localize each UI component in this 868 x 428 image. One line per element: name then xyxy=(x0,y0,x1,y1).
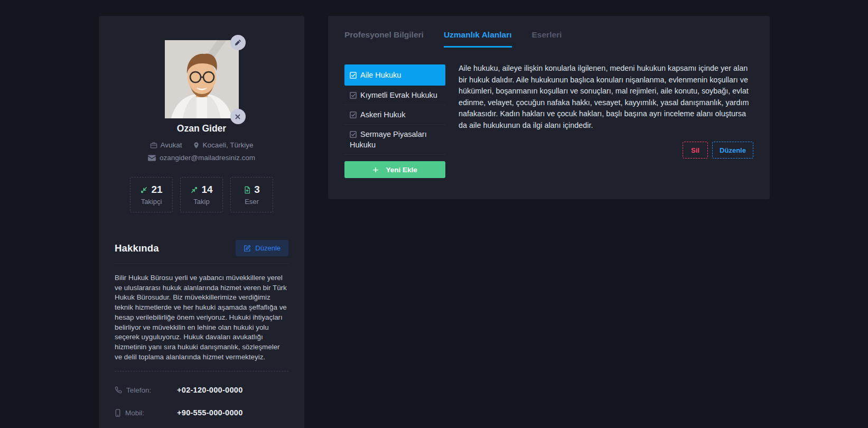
spec-item-label: Kıymetli Evrak Hukuku xyxy=(360,91,437,99)
about-divider xyxy=(115,263,288,264)
briefcase-icon xyxy=(150,142,157,149)
about-title: Hakkında xyxy=(115,243,159,254)
main-panel: Profesyonel Bilgileri Uzmanlık Alanları … xyxy=(328,16,770,199)
close-icon xyxy=(235,114,241,120)
specialization-detail: Aile hukuku, aileye ilişkin konularla il… xyxy=(459,64,753,178)
profile-title: Avukat xyxy=(150,141,182,149)
tab-profesyonel-bilgileri[interactable]: Profesyonel Bilgileri xyxy=(344,30,424,48)
checkbox-checked-icon xyxy=(350,72,357,79)
contact-mobile-label: Mobil: xyxy=(125,409,144,417)
profile-title-text: Avukat xyxy=(161,141,182,149)
checkbox-checked-icon xyxy=(350,111,357,118)
checkbox-checked-icon xyxy=(350,92,357,99)
stat-works-label: Eser xyxy=(245,198,259,206)
tab-eserleri[interactable]: Eserleri xyxy=(532,30,562,48)
contact-divider xyxy=(115,371,288,371)
spec-item-askeri-hukuk[interactable]: Askeri Hukuk xyxy=(344,105,445,125)
profile-location-text: Kocaeli, Türkiye xyxy=(203,141,254,149)
stat-followers[interactable]: 21 Takipçi xyxy=(130,177,173,212)
about-edit-label: Düzenle xyxy=(255,244,281,252)
envelope-icon xyxy=(148,155,156,161)
about-text: Bilir Hukuk Bürosu yerli ve yabancı müve… xyxy=(115,273,288,362)
avatar-edit-button[interactable] xyxy=(230,35,246,50)
about-section: Hakkında Düzenle Bilir Hukuk Bürosu yerl… xyxy=(99,240,304,417)
panel-content: Aile Hukuku Kıymetli Evrak Hukuku Askeri… xyxy=(344,64,753,178)
spec-item-sermaye-piyasalari-hukuku[interactable]: Sermaye Piyasaları Hukuku xyxy=(344,125,445,155)
stat-works-value: 3 xyxy=(254,184,260,196)
profile-name: Ozan Gider xyxy=(99,123,304,134)
profile-email-text: ozangider@mailadresiniz.com xyxy=(160,154,255,162)
stat-following-value: 14 xyxy=(201,184,212,196)
profile-card: Ozan Gider Avukat Kocaeli, Türkiye ozang… xyxy=(99,16,304,428)
avatar-photo xyxy=(165,40,239,118)
spec-item-label: Askeri Hukuk xyxy=(360,110,405,119)
tab-uzmanlik-alanlari[interactable]: Uzmanlık Alanları xyxy=(444,30,512,48)
specialization-list: Aile Hukuku Kıymetli Evrak Hukuku Askeri… xyxy=(344,64,445,178)
contact-row-mobile: Mobil: +90-555-000-0000 xyxy=(115,408,288,417)
tabs-row: Profesyonel Bilgileri Uzmanlık Alanları … xyxy=(344,16,753,48)
stat-works[interactable]: 3 Eser xyxy=(230,177,273,212)
stat-followers-label: Takipçi xyxy=(141,198,162,206)
avatar xyxy=(165,40,239,118)
location-pin-icon xyxy=(193,142,200,149)
spec-item-kiymetli-evrak-hukuku[interactable]: Kıymetli Evrak Hukuku xyxy=(344,86,445,105)
add-new-label: Yeni Ekle xyxy=(386,166,417,174)
profile-meta-row: Avukat Kocaeli, Türkiye xyxy=(99,141,304,149)
about-edit-button[interactable]: Düzenle xyxy=(236,240,288,256)
contact-mobile-value: +90-555-000-0000 xyxy=(177,408,243,417)
profile-location: Kocaeli, Türkiye xyxy=(193,141,254,149)
contact-phone-value: +02-120-000-0000 xyxy=(177,386,243,394)
avatar-remove-button[interactable] xyxy=(230,109,246,124)
checkbox-checked-icon xyxy=(350,131,357,138)
stat-followers-value: 21 xyxy=(151,184,162,196)
pencil-icon xyxy=(235,39,241,46)
specialization-description: Aile hukuku, aileye ilişkin konularla il… xyxy=(459,63,753,131)
delete-button[interactable]: Sil xyxy=(683,142,708,159)
arrows-in-icon xyxy=(140,186,148,194)
edit-pencil-icon xyxy=(244,245,251,252)
phone-icon xyxy=(115,386,122,394)
spec-item-label: Aile Hukuku xyxy=(360,71,401,79)
spec-item-label: Sermaye Piyasaları Hukuku xyxy=(350,130,427,149)
stat-following[interactable]: 14 Takip xyxy=(180,177,223,212)
profile-email-row: ozangider@mailadresiniz.com xyxy=(99,154,304,162)
plus-icon: + xyxy=(372,165,378,175)
file-up-icon xyxy=(244,186,251,194)
stats-row: 21 Takipçi 14 Takip 3 xyxy=(99,177,304,212)
add-new-button[interactable]: + Yeni Ekle xyxy=(344,161,445,178)
mobile-icon xyxy=(115,409,121,417)
contact-phone-label: Telefon: xyxy=(126,386,151,394)
contact-row-phone: Telefon: +02-120-000-0000 xyxy=(115,386,288,394)
detail-actions: Sil Düzenle xyxy=(459,142,753,159)
spec-item-aile-hukuku[interactable]: Aile Hukuku xyxy=(344,64,445,86)
arrows-out-icon xyxy=(190,186,198,194)
edit-button[interactable]: Düzenle xyxy=(712,142,753,159)
stat-following-label: Takip xyxy=(193,198,209,206)
